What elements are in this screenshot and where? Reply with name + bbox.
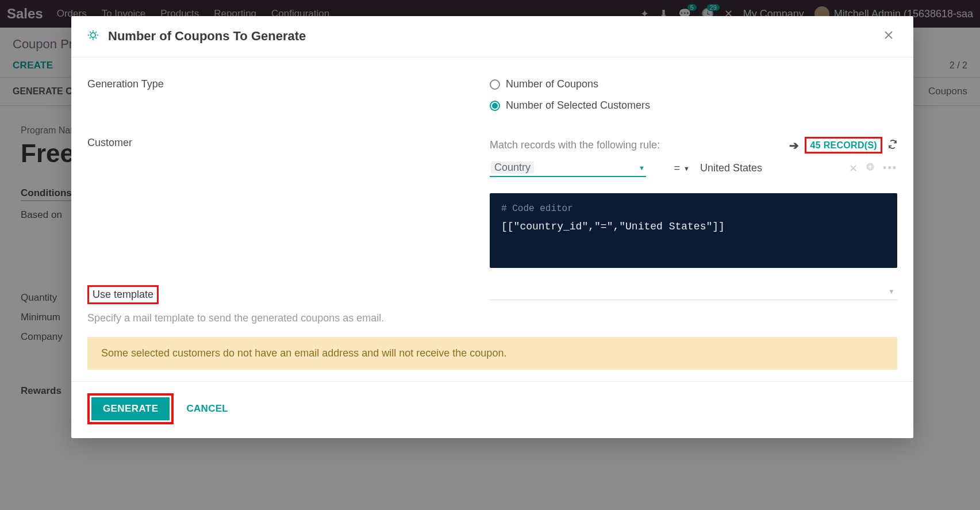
arrow-right-icon: ➔	[789, 139, 799, 152]
generation-type-label: Generation Type	[87, 78, 164, 90]
domain-code-editor[interactable]: # Code editor [["country_id","=","United…	[490, 193, 897, 268]
domain-field-value: Country	[491, 162, 534, 174]
radio-label: Number of Coupons	[506, 78, 598, 90]
chevron-down-icon: ▼	[888, 287, 895, 296]
radio-number-of-coupons[interactable]: Number of Coupons	[490, 78, 897, 90]
cancel-button[interactable]: CANCEL	[186, 403, 228, 415]
refresh-icon[interactable]	[888, 140, 897, 151]
svg-point-0	[91, 32, 95, 37]
dialog-title: Number of Coupons To Generate	[108, 29, 306, 44]
more-condition-icon[interactable]: •••	[883, 162, 897, 174]
coupon-generate-dialog: Number of Coupons To Generate Generation…	[71, 16, 913, 438]
match-rule-text: Match records with the following rule:	[490, 139, 660, 151]
chevron-down-icon: ▼	[683, 165, 690, 172]
close-button[interactable]	[880, 28, 897, 44]
domain-operator-select[interactable]: = ▼	[651, 160, 691, 177]
use-template-label: Use template	[93, 289, 153, 301]
code-body: [["country_id","=","United States"]]	[501, 221, 886, 232]
radio-number-of-customers[interactable]: Number of Selected Customers	[490, 99, 897, 112]
domain-value-input[interactable]: United States	[699, 160, 763, 177]
records-count-link[interactable]: 45 RECORD(S)	[809, 138, 878, 152]
radio-icon	[490, 79, 500, 90]
code-comment: # Code editor	[501, 204, 886, 214]
domain-field-select[interactable]: Country ▼	[490, 159, 646, 177]
add-condition-icon[interactable]	[866, 162, 875, 174]
use-template-hint: Specify a mail template to send the gene…	[87, 312, 490, 324]
email-warning-alert: Some selected customers do not have an e…	[87, 337, 897, 370]
generate-button[interactable]: GENERATE	[91, 397, 170, 420]
customer-label: Customer	[87, 137, 132, 148]
template-select[interactable]: ▼	[490, 286, 897, 300]
radio-label: Number of Selected Customers	[506, 99, 650, 112]
bug-icon[interactable]	[87, 29, 99, 43]
chevron-down-icon: ▼	[639, 164, 645, 171]
remove-condition-icon[interactable]: ✕	[849, 162, 858, 175]
radio-icon	[490, 101, 500, 111]
